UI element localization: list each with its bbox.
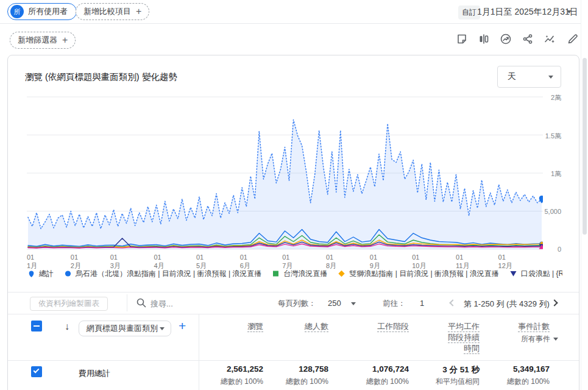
totals-row: 費用總計 2,561,252總數的 100%128,758總數的 100%1,0… (8, 360, 579, 390)
chart-legend: 總計烏石港（北堤）浪點指南 | 目前浪況 | 衝浪預報 | 浪況直播台灣浪況直播… (27, 268, 562, 280)
plus-icon: + (62, 35, 68, 45)
audience-chip[interactable]: 所 所有使用者 (7, 3, 77, 20)
audience-avatar: 所 (10, 5, 24, 18)
granularity-select[interactable]: 天 (497, 66, 561, 88)
totals-sub-label: 總數的 100% (221, 377, 263, 387)
chart-title: 瀏覽 (依網頁標題與畫面類別) 變化趨勢 (25, 71, 177, 83)
dimension-select-value: 網頁標題與畫面類別 (87, 323, 158, 334)
totals-value: 128,758 (299, 364, 328, 374)
legend-marker-circle-icon (64, 269, 72, 278)
goto-label: 前往： (383, 299, 406, 309)
topbar-divider (0, 23, 588, 24)
next-page-icon[interactable] (551, 299, 558, 306)
date-range-caret-icon[interactable] (567, 10, 572, 13)
audience-chip-label: 所有使用者 (28, 6, 68, 17)
totals-value: 5,349,167 (513, 364, 550, 374)
add-comparison-label: 新增比較項目 (83, 6, 131, 17)
column-header-2[interactable]: 總人數 (305, 321, 328, 332)
totals-value: 1,076,724 (372, 364, 409, 374)
legend-label: 雙獅浪點指南 | 目前浪況 | 衝浪預報 | 浪況直播 (349, 269, 498, 279)
events-filter-select[interactable]: 所有事件 (503, 334, 558, 344)
column-header-3[interactable]: 工作階段 (377, 321, 409, 332)
y-axis-tick: 1.5萬 (519, 132, 561, 141)
legend-marker-square-icon (272, 269, 280, 278)
edit-icon[interactable] (565, 32, 580, 46)
legend-item: 口袋浪點 | {RealName} (509, 269, 562, 279)
legend-label: 烏石港（北堤）浪點指南 | 目前浪況 | 衝浪預報 | 浪況直播 (76, 269, 261, 279)
legend-marker-diamond-icon (338, 269, 345, 278)
legend-item: 烏石港（北堤）浪點指南 | 目前浪況 | 衝浪預報 | 浪況直播 (64, 269, 261, 279)
report-card: 瀏覽 (依網頁標題與畫面類別) 變化趨勢 天 05,0001萬1.5萬2萬 01… (7, 55, 579, 390)
page-scrollbar[interactable] (581, 0, 588, 390)
chevron-down-icon (160, 327, 165, 330)
select-all-checkbox[interactable] (31, 321, 42, 332)
column-header-5[interactable]: 事件計數 (518, 321, 550, 332)
plot-area (27, 93, 543, 250)
insights-icon[interactable] (498, 32, 513, 46)
totals-sub-label: 總數的 100% (507, 377, 550, 387)
y-axis-tick: 1萬 (519, 169, 561, 179)
totals-value: 3 分 51 秒 (442, 364, 480, 375)
legend-label: 台灣浪況直播 (283, 269, 327, 279)
add-dimension-button[interactable]: + (179, 319, 186, 333)
granularity-value: 天 (508, 71, 516, 82)
timeseries-chart: 05,0001萬1.5萬2萬 011月012月013月014月015月016月0… (27, 93, 563, 276)
row-checkbox[interactable] (31, 366, 42, 377)
table-header-row: ↓ 網頁標題與畫面類別 + 瀏覽總人數工作階段平均工作階段持續時間事件計數所有事… (8, 314, 579, 360)
events-filter-value: 所有事件 (521, 334, 550, 344)
rows-per-page-value[interactable]: 250 (328, 299, 341, 308)
legend-item: 台灣浪況直播 (272, 269, 327, 279)
dimension-select[interactable]: 網頁標題與畫面類別 (79, 321, 171, 336)
plus-icon: + (136, 7, 141, 16)
table-toolbar: 依資料列繪製圖表 每頁列數： 250 前往： 1 第 1-250 列 (共 43… (8, 292, 579, 314)
add-comparison-chip[interactable]: 新增比較項目 + (76, 3, 149, 20)
chevron-down-icon (553, 338, 558, 341)
column-divider (199, 314, 199, 390)
totals-value: 2,561,252 (227, 364, 263, 374)
share-icon[interactable] (520, 32, 535, 46)
column-header-label: 平均工作階段持續時間 (448, 322, 480, 353)
totals-sub-label: 總數的 100% (286, 377, 328, 387)
legend-marker-pin-icon (27, 269, 35, 278)
sort-direction-icon[interactable]: ↓ (65, 321, 69, 332)
y-axis-tick: 2萬 (519, 93, 561, 102)
totals-sub-label: 和平均值相同 (436, 377, 480, 387)
comparison-icon[interactable] (476, 32, 491, 46)
column-header-label: 事件計數 (518, 322, 550, 331)
legend-marker-triangle-down-icon (509, 269, 517, 278)
series-area-0 (28, 120, 542, 250)
column-header-4[interactable]: 平均工作階段持續時間 (445, 321, 480, 354)
toolbar-separator (127, 294, 127, 311)
date-range-text[interactable]: 1月1日至 2025年12月31日 (477, 7, 578, 18)
goto-page-value[interactable]: 1 (420, 299, 424, 308)
legend-label: 口袋浪點 | {RealName} (521, 269, 562, 279)
column-header-1[interactable]: 瀏覽 (247, 321, 263, 332)
plot-rows-button[interactable]: 依資料列繪製圖表 (30, 297, 108, 311)
notes-icon[interactable] (455, 32, 469, 46)
trend-sparkle-icon[interactable] (542, 32, 557, 46)
column-header-label: 總人數 (305, 322, 328, 331)
search-icon (136, 297, 147, 308)
column-header-label: 工作階段 (377, 322, 409, 331)
legend-label: 總計 (39, 269, 54, 279)
add-filter-label: 新增篩選器 (18, 35, 57, 46)
legend-item: 雙獅浪點指南 | 目前浪況 | 衝浪預報 | 浪況直播 (338, 269, 498, 279)
pagination-range-label: 第 1-250 列 (共 4329 列) (464, 299, 550, 310)
column-header-label: 瀏覽 (247, 322, 263, 331)
search-input[interactable] (151, 296, 254, 311)
previous-page-icon[interactable] (449, 299, 456, 306)
rows-per-page-caret-icon[interactable] (351, 302, 356, 305)
y-axis-tick: 0 (519, 246, 561, 253)
y-axis-tick: 5,000 (519, 208, 561, 215)
chevron-down-icon (548, 76, 553, 79)
legend-item: 總計 (27, 269, 54, 279)
rows-per-page-label: 每頁列數： (278, 299, 316, 309)
totals-sub-label: 總數的 100% (366, 377, 409, 387)
add-filter-chip[interactable]: 新增篩選器 + (10, 32, 76, 49)
totals-row-label: 費用總計 (79, 368, 110, 379)
scrollbar-thumb[interactable] (583, 58, 587, 235)
